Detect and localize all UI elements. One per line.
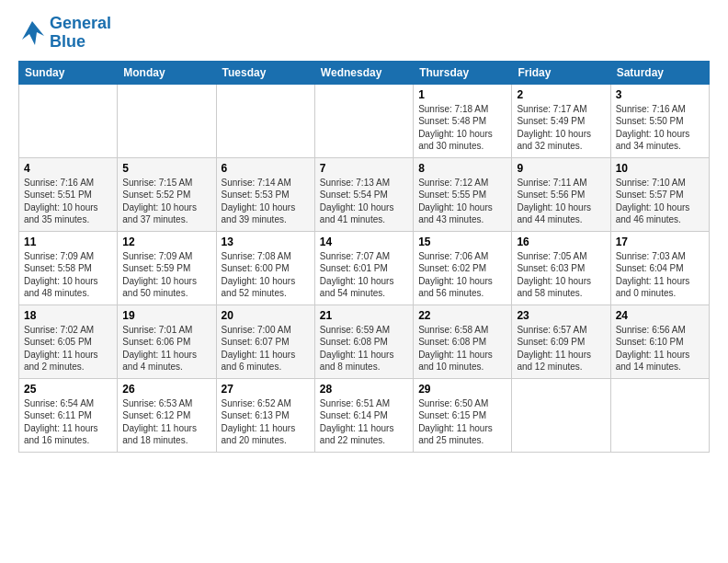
calendar-cell xyxy=(610,378,709,452)
calendar-cell: 3Sunrise: 7:16 AM Sunset: 5:50 PM Daylig… xyxy=(610,84,709,157)
calendar-cell: 25Sunrise: 6:54 AM Sunset: 6:11 PM Dayli… xyxy=(19,378,118,452)
calendar-cell: 29Sunrise: 6:50 AM Sunset: 6:15 PM Dayli… xyxy=(414,378,512,452)
day-info: Sunrise: 7:07 AM Sunset: 6:01 PM Dayligh… xyxy=(320,250,408,300)
day-number: 23 xyxy=(517,309,605,322)
calendar-week-4: 18Sunrise: 7:02 AM Sunset: 6:05 PM Dayli… xyxy=(19,304,710,378)
calendar-week-5: 25Sunrise: 6:54 AM Sunset: 6:11 PM Dayli… xyxy=(19,378,710,452)
calendar-header-row: SundayMondayTuesdayWednesdayThursdayFrid… xyxy=(19,61,710,84)
calendar-cell: 19Sunrise: 7:01 AM Sunset: 6:06 PM Dayli… xyxy=(118,304,216,378)
day-number: 6 xyxy=(222,162,310,175)
calendar-cell xyxy=(314,84,413,157)
day-info: Sunrise: 7:06 AM Sunset: 6:02 PM Dayligh… xyxy=(418,250,506,300)
day-info: Sunrise: 7:09 AM Sunset: 5:58 PM Dayligh… xyxy=(24,250,112,300)
calendar-week-1: 1Sunrise: 7:18 AM Sunset: 5:48 PM Daylig… xyxy=(19,84,710,157)
day-info: Sunrise: 7:10 AM Sunset: 5:57 PM Dayligh… xyxy=(616,177,704,226)
day-info: Sunrise: 7:11 AM Sunset: 5:56 PM Dayligh… xyxy=(517,177,605,226)
day-info: Sunrise: 7:00 AM Sunset: 6:07 PM Dayligh… xyxy=(222,324,310,373)
calendar-cell xyxy=(216,84,314,157)
day-info: Sunrise: 6:59 AM Sunset: 6:08 PM Dayligh… xyxy=(320,324,408,373)
logo-text: General Blue xyxy=(50,15,111,52)
calendar-cell: 23Sunrise: 6:57 AM Sunset: 6:09 PM Dayli… xyxy=(512,304,610,378)
day-info: Sunrise: 7:14 AM Sunset: 5:53 PM Dayligh… xyxy=(222,177,310,226)
day-info: Sunrise: 7:08 AM Sunset: 6:00 PM Dayligh… xyxy=(222,250,310,300)
day-info: Sunrise: 6:57 AM Sunset: 6:09 PM Dayligh… xyxy=(517,324,605,373)
day-number: 24 xyxy=(616,309,704,322)
day-info: Sunrise: 7:15 AM Sunset: 5:52 PM Dayligh… xyxy=(122,177,210,226)
day-number: 25 xyxy=(24,383,112,396)
day-info: Sunrise: 6:51 AM Sunset: 6:14 PM Dayligh… xyxy=(320,397,408,447)
header-sunday: Sunday xyxy=(19,61,118,84)
calendar-cell xyxy=(512,378,610,452)
day-number: 16 xyxy=(517,236,605,248)
day-info: Sunrise: 6:52 AM Sunset: 6:13 PM Dayligh… xyxy=(222,397,310,447)
day-number: 3 xyxy=(616,88,704,101)
day-info: Sunrise: 6:58 AM Sunset: 6:08 PM Dayligh… xyxy=(418,324,506,373)
day-info: Sunrise: 7:17 AM Sunset: 5:49 PM Dayligh… xyxy=(517,103,605,153)
calendar-cell: 11Sunrise: 7:09 AM Sunset: 5:58 PM Dayli… xyxy=(19,231,118,304)
calendar-cell: 16Sunrise: 7:05 AM Sunset: 6:03 PM Dayli… xyxy=(512,231,610,304)
logo-icon xyxy=(18,19,46,47)
day-number: 7 xyxy=(320,162,408,175)
calendar-cell: 6Sunrise: 7:14 AM Sunset: 5:53 PM Daylig… xyxy=(216,157,314,231)
day-number: 5 xyxy=(122,162,210,175)
calendar-cell: 9Sunrise: 7:11 AM Sunset: 5:56 PM Daylig… xyxy=(512,157,610,231)
day-info: Sunrise: 7:18 AM Sunset: 5:48 PM Dayligh… xyxy=(418,103,506,153)
calendar-cell: 1Sunrise: 7:18 AM Sunset: 5:48 PM Daylig… xyxy=(414,84,512,157)
day-number: 21 xyxy=(320,309,408,322)
day-info: Sunrise: 7:13 AM Sunset: 5:54 PM Dayligh… xyxy=(320,177,408,226)
calendar-week-2: 4Sunrise: 7:16 AM Sunset: 5:51 PM Daylig… xyxy=(19,157,710,231)
day-info: Sunrise: 7:03 AM Sunset: 6:04 PM Dayligh… xyxy=(616,250,704,300)
day-info: Sunrise: 6:53 AM Sunset: 6:12 PM Dayligh… xyxy=(122,397,210,447)
header-friday: Friday xyxy=(512,61,610,84)
day-number: 28 xyxy=(320,383,408,396)
calendar-cell: 5Sunrise: 7:15 AM Sunset: 5:52 PM Daylig… xyxy=(118,157,216,231)
day-number: 15 xyxy=(418,236,506,248)
calendar-cell: 27Sunrise: 6:52 AM Sunset: 6:13 PM Dayli… xyxy=(216,378,314,452)
day-number: 18 xyxy=(24,309,112,322)
day-number: 22 xyxy=(418,309,506,322)
day-info: Sunrise: 7:12 AM Sunset: 5:55 PM Dayligh… xyxy=(418,177,506,226)
day-number: 29 xyxy=(418,383,506,396)
day-number: 10 xyxy=(616,162,704,175)
day-number: 17 xyxy=(616,236,704,248)
calendar-cell: 28Sunrise: 6:51 AM Sunset: 6:14 PM Dayli… xyxy=(314,378,413,452)
day-number: 1 xyxy=(418,88,506,101)
header-monday: Monday xyxy=(118,61,216,84)
day-number: 4 xyxy=(24,162,112,175)
logo: General Blue xyxy=(18,15,111,52)
day-info: Sunrise: 6:56 AM Sunset: 6:10 PM Dayligh… xyxy=(616,324,704,373)
day-number: 9 xyxy=(517,162,605,175)
day-number: 14 xyxy=(320,236,408,248)
day-info: Sunrise: 7:16 AM Sunset: 5:50 PM Dayligh… xyxy=(616,103,704,153)
calendar-cell: 7Sunrise: 7:13 AM Sunset: 5:54 PM Daylig… xyxy=(314,157,413,231)
day-info: Sunrise: 7:01 AM Sunset: 6:06 PM Dayligh… xyxy=(122,324,210,373)
calendar-cell: 20Sunrise: 7:00 AM Sunset: 6:07 PM Dayli… xyxy=(216,304,314,378)
calendar-cell: 12Sunrise: 7:09 AM Sunset: 5:59 PM Dayli… xyxy=(118,231,216,304)
day-number: 27 xyxy=(222,383,310,396)
day-info: Sunrise: 6:50 AM Sunset: 6:15 PM Dayligh… xyxy=(418,397,506,447)
calendar-cell: 26Sunrise: 6:53 AM Sunset: 6:12 PM Dayli… xyxy=(118,378,216,452)
header-tuesday: Tuesday xyxy=(216,61,314,84)
calendar-cell: 4Sunrise: 7:16 AM Sunset: 5:51 PM Daylig… xyxy=(19,157,118,231)
day-number: 19 xyxy=(122,309,210,322)
calendar-cell: 24Sunrise: 6:56 AM Sunset: 6:10 PM Dayli… xyxy=(610,304,709,378)
header-saturday: Saturday xyxy=(610,61,709,84)
calendar-cell xyxy=(118,84,216,157)
day-info: Sunrise: 7:09 AM Sunset: 5:59 PM Dayligh… xyxy=(122,250,210,300)
day-info: Sunrise: 7:05 AM Sunset: 6:03 PM Dayligh… xyxy=(517,250,605,300)
calendar-cell xyxy=(19,84,118,157)
day-number: 20 xyxy=(222,309,310,322)
calendar-cell: 10Sunrise: 7:10 AM Sunset: 5:57 PM Dayli… xyxy=(610,157,709,231)
day-number: 13 xyxy=(222,236,310,248)
day-number: 26 xyxy=(122,383,210,396)
header-thursday: Thursday xyxy=(414,61,512,84)
calendar-cell: 17Sunrise: 7:03 AM Sunset: 6:04 PM Dayli… xyxy=(610,231,709,304)
calendar-week-3: 11Sunrise: 7:09 AM Sunset: 5:58 PM Dayli… xyxy=(19,231,710,304)
calendar-cell: 13Sunrise: 7:08 AM Sunset: 6:00 PM Dayli… xyxy=(216,231,314,304)
day-number: 8 xyxy=(418,162,506,175)
calendar-cell: 18Sunrise: 7:02 AM Sunset: 6:05 PM Dayli… xyxy=(19,304,118,378)
day-number: 11 xyxy=(24,236,112,248)
calendar-cell: 2Sunrise: 7:17 AM Sunset: 5:49 PM Daylig… xyxy=(512,84,610,157)
day-info: Sunrise: 7:02 AM Sunset: 6:05 PM Dayligh… xyxy=(24,324,112,373)
calendar-cell: 8Sunrise: 7:12 AM Sunset: 5:55 PM Daylig… xyxy=(414,157,512,231)
